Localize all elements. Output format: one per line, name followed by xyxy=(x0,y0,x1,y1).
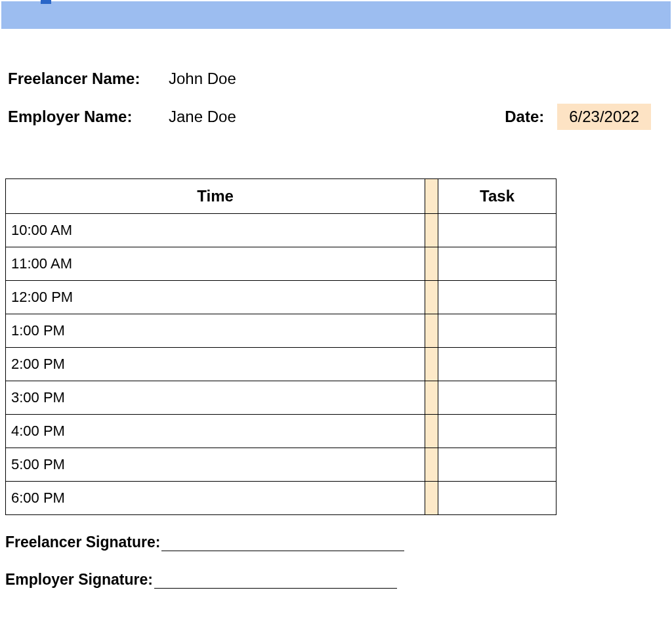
task-cell xyxy=(438,214,556,247)
time-cell: 12:00 PM xyxy=(6,281,425,314)
task-table-header-row: Time Task xyxy=(6,179,556,214)
task-cell xyxy=(438,281,556,314)
header-info: Freelancer Name: John Doe Employer Name:… xyxy=(0,30,672,130)
employer-name-value: Jane Doe xyxy=(169,108,236,126)
freelancer-row: Freelancer Name: John Doe xyxy=(8,70,664,88)
divider-cell xyxy=(425,247,438,281)
table-row: 10:00 AM xyxy=(6,214,556,247)
table-row: 3:00 PM xyxy=(6,381,556,415)
task-cell xyxy=(438,247,556,281)
employer-row: Employer Name: Jane Doe Date: 6/23/2022 xyxy=(8,104,664,130)
time-cell: 6:00 PM xyxy=(6,482,425,515)
task-cell xyxy=(438,415,556,448)
table-row: 12:00 PM xyxy=(6,281,556,314)
divider-cell xyxy=(425,314,438,348)
time-cell: 2:00 PM xyxy=(6,348,425,381)
freelancer-signature-row: Freelancer Signature: xyxy=(5,533,672,551)
time-cell: 10:00 AM xyxy=(6,214,425,247)
task-cell xyxy=(438,448,556,482)
freelancer-name-value: John Doe xyxy=(169,70,236,88)
employer-name-label: Employer Name: xyxy=(8,108,169,126)
task-cell xyxy=(438,348,556,381)
employer-signature-row: Employer Signature: xyxy=(5,571,672,589)
time-cell: 5:00 PM xyxy=(6,448,425,482)
time-cell: 1:00 PM xyxy=(6,314,425,348)
divider-cell xyxy=(425,348,438,381)
task-header: Task xyxy=(438,179,556,214)
task-cell xyxy=(438,482,556,515)
table-row: 1:00 PM xyxy=(6,314,556,348)
date-value: 6/23/2022 xyxy=(557,104,651,130)
divider-cell xyxy=(425,214,438,247)
time-cell: 3:00 PM xyxy=(6,381,425,415)
timesheet-document: Freelancer Name: John Doe Employer Name:… xyxy=(0,1,672,589)
table-row: 11:00 AM xyxy=(6,247,556,281)
divider-cell xyxy=(425,448,438,482)
freelancer-name-label: Freelancer Name: xyxy=(8,70,169,88)
task-cell xyxy=(438,381,556,415)
divider-cell xyxy=(425,381,438,415)
date-label: Date: xyxy=(505,108,544,126)
divider-cell xyxy=(425,415,438,448)
freelancer-signature-line xyxy=(161,535,404,551)
signature-block: Freelancer Signature: Employer Signature… xyxy=(0,515,672,589)
employer-signature-label: Employer Signature: xyxy=(5,571,153,589)
table-row: 4:00 PM xyxy=(6,415,556,448)
selection-handle-icon xyxy=(41,0,51,4)
table-row: 2:00 PM xyxy=(6,348,556,381)
divider-column xyxy=(425,179,438,214)
task-cell xyxy=(438,314,556,348)
table-row: 6:00 PM xyxy=(6,482,556,515)
time-header: Time xyxy=(6,179,425,214)
freelancer-signature-label: Freelancer Signature: xyxy=(5,533,160,551)
divider-cell xyxy=(425,281,438,314)
time-cell: 4:00 PM xyxy=(6,415,425,448)
table-row: 5:00 PM xyxy=(6,448,556,482)
employer-signature-line xyxy=(154,572,397,589)
task-table-wrap: Time Task 10:00 AM 11:00 AM 12:00 PM xyxy=(0,146,672,515)
time-cell: 11:00 AM xyxy=(6,247,425,281)
task-table: Time Task 10:00 AM 11:00 AM 12:00 PM xyxy=(5,178,556,515)
top-selection-bar xyxy=(1,1,671,29)
divider-cell xyxy=(425,482,438,515)
